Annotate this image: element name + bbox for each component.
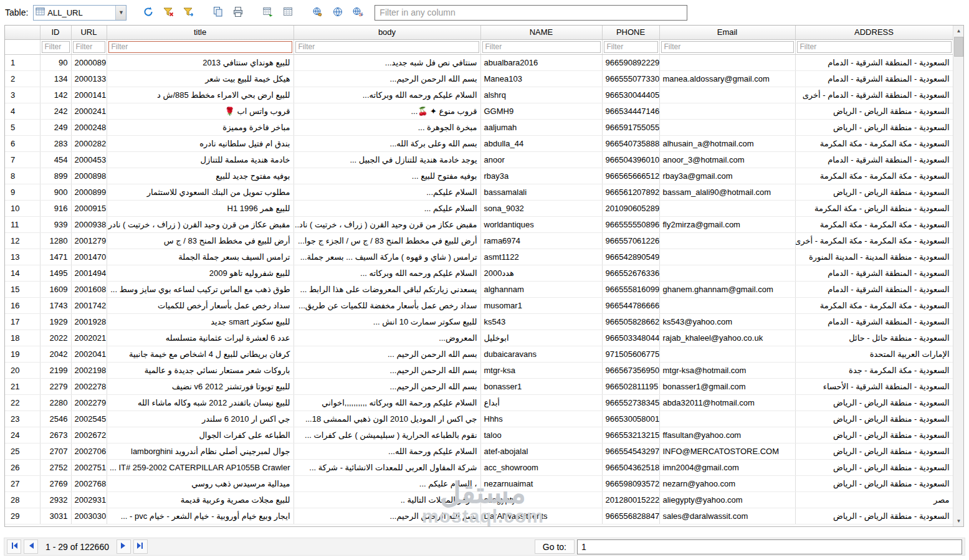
filter-input-title[interactable] xyxy=(108,41,292,53)
cell-email[interactable]: mtgr-ksa@hotmail.com xyxy=(659,362,795,378)
cell-name[interactable]: taloo xyxy=(480,427,602,443)
column-header-body[interactable]: body xyxy=(294,26,480,39)
cell-body[interactable]: يوجد خادمة هندية للتنازل في الجبيل ... xyxy=(294,151,480,168)
table-row[interactable]: 1902000089للبيع هونداي سنتافي 2013سنتافي… xyxy=(5,54,953,70)
first-page-button[interactable] xyxy=(7,539,21,554)
cell-phone[interactable]: 966598093572 xyxy=(602,475,659,491)
cell-body[interactable]: متوفر المجلات التالية .. xyxy=(294,491,480,508)
cell-body[interactable]: سنتافي نص فل شبه جديد... xyxy=(294,54,480,70)
cell-url[interactable]: 2000898 xyxy=(71,168,107,184)
filter-input-url[interactable] xyxy=(73,41,105,53)
cell-title[interactable]: للبيع تويوتا فورتشنر 2012 v6 نضيف xyxy=(107,378,294,394)
row-number[interactable]: 16 xyxy=(5,297,40,313)
cell-name[interactable]: acc_showroom xyxy=(480,459,602,475)
cell-body[interactable]: شركة المقاول العربي للمعدات الانشائية - … xyxy=(294,459,480,475)
scroll-up-icon[interactable]: ▲ xyxy=(953,26,964,36)
row-number[interactable]: 26 xyxy=(5,459,40,475)
cell-email[interactable]: bassam_alali90@hotmail.com xyxy=(659,184,795,200)
column-header-id[interactable]: ID xyxy=(40,26,71,39)
cell-name[interactable]: aaljumah xyxy=(480,119,602,135)
cell-id[interactable]: 2546 xyxy=(40,411,71,427)
cell-phone[interactable]: 201090605289 xyxy=(602,200,659,216)
cell-email[interactable]: imn2004@gmail.com xyxy=(659,459,795,475)
cell-address[interactable]: السعودية - منطقة الرياض - الرياض xyxy=(795,508,953,524)
cell-phone[interactable]: 201280015222 xyxy=(602,491,659,508)
filter-input-phone[interactable] xyxy=(604,41,658,53)
cell-name[interactable]: Hhhs xyxy=(480,411,602,427)
grid-button[interactable] xyxy=(280,4,296,21)
cell-title[interactable]: هيكل خيمة للبيع بيت شعر xyxy=(107,70,294,87)
cell-url[interactable]: 2001494 xyxy=(71,265,107,281)
cell-name[interactable]: ks543 xyxy=(480,313,602,330)
cell-id[interactable]: 90 xyxy=(40,54,71,70)
cell-phone[interactable]: 966503348044 xyxy=(602,330,659,346)
cell-url[interactable]: 2001470 xyxy=(71,249,107,265)
cell-email[interactable] xyxy=(659,103,795,119)
cell-email[interactable]: aliegypty@yahoo.com xyxy=(659,491,795,508)
column-header-email[interactable]: Email xyxy=(659,26,795,39)
cell-id[interactable]: 2199 xyxy=(40,362,71,378)
cell-address[interactable]: السعودية - منطقة الرياض - الرياض xyxy=(795,443,953,459)
cell-name[interactable]: nezarnuaimat xyxy=(480,475,602,491)
cell-email[interactable]: INFO@MERCATOSTORE.COM xyxy=(659,443,795,459)
table-row[interactable]: 31422000141للبيع ارض بحي الامراء مخطط 88… xyxy=(5,87,953,103)
cell-url[interactable]: 2002545 xyxy=(71,411,107,427)
cell-address[interactable]: السعودية - منطقة الرياض - الرياض xyxy=(795,475,953,491)
row-number[interactable]: 13 xyxy=(5,249,40,265)
cell-email[interactable]: nezarn@yahoo.com xyxy=(659,475,795,491)
cell-email[interactable]: rbay3a@gmail.com xyxy=(659,168,795,184)
cell-url[interactable]: 2001928 xyxy=(71,313,107,330)
table-selector[interactable]: ALL_URL ▼ xyxy=(33,5,126,21)
table-row[interactable]: 2829322002931للبيع مجلات مصرية وعربية قد… xyxy=(5,491,953,508)
cell-email[interactable]: ks543@yahoo.com xyxy=(659,313,795,330)
cell-title[interactable]: الطباعه على كفرات الجوال xyxy=(107,427,294,443)
cell-email[interactable] xyxy=(659,54,795,70)
cell-id[interactable]: 1471 xyxy=(40,249,71,265)
cell-body[interactable]: السلام عليكم ورحمة الله... xyxy=(294,443,480,459)
globe-button[interactable] xyxy=(330,4,346,21)
column-header-name[interactable]: NAME xyxy=(480,26,602,39)
cell-address[interactable]: مصر xyxy=(795,491,953,508)
cell-url[interactable]: 2001279 xyxy=(71,232,107,249)
table-row[interactable]: 1414952001494للبيع شفروليه تاهو 2009السل… xyxy=(5,265,953,281)
cell-id[interactable]: 2707 xyxy=(40,443,71,459)
table-row[interactable]: 1212802001279أرض للبيع في مخطط المنح 83 … xyxy=(5,232,953,249)
cell-title[interactable]: طوق ذهب مع الماس تركيب لساعه بوي سايز وس… xyxy=(107,281,294,297)
cell-url[interactable]: 2002021 xyxy=(71,330,107,346)
cell-name[interactable]: أبداع xyxy=(480,394,602,411)
cell-address[interactable]: السعودية - منطقة الرياض - الرياض xyxy=(795,103,953,119)
cell-name[interactable]: alshrq xyxy=(480,87,602,103)
row-number[interactable]: 1 xyxy=(5,54,40,70)
filter-input-body[interactable] xyxy=(295,41,479,53)
cell-title[interactable]: باروكات شعر مستعار نسائي جديدة و عالمية xyxy=(107,362,294,378)
cell-title[interactable]: خادمة هندية مسلمة للتنازل xyxy=(107,151,294,168)
cell-body[interactable]: السلام عليكم... xyxy=(294,184,480,200)
cell-address[interactable]: السعودية - منطقة الرياض - الرياض xyxy=(795,459,953,475)
cell-url[interactable]: 2002198 xyxy=(71,362,107,378)
table-row[interactable]: 62832000282بندق ام فتيل سلطانيه نادرهبسم… xyxy=(5,135,953,151)
cell-url[interactable]: 2000915 xyxy=(71,200,107,216)
cell-body[interactable]: ترامس ( شاي و قهوه ) ماركة السيف ... بسع… xyxy=(294,249,480,265)
cell-email[interactable] xyxy=(659,87,795,103)
cell-email[interactable] xyxy=(659,297,795,313)
filter-input-id[interactable] xyxy=(42,41,70,53)
cell-id[interactable]: 1495 xyxy=(40,265,71,281)
cell-phone[interactable]: 966556828847 xyxy=(602,508,659,524)
cell-email[interactable]: sales@daralwassit.com xyxy=(659,508,795,524)
row-number[interactable]: 6 xyxy=(5,135,40,151)
cell-title[interactable]: للبيع هونداي سنتافي 2013 xyxy=(107,54,294,70)
cell-phone[interactable]: 966555077330 xyxy=(602,70,659,87)
cell-body[interactable]: ، السلام عليكم ... xyxy=(294,475,480,491)
cell-url[interactable]: 2002768 xyxy=(71,475,107,491)
table-row[interactable]: 2122792002278للبيع تويوتا فورتشنر 2012 v… xyxy=(5,378,953,394)
row-number[interactable]: 24 xyxy=(5,427,40,443)
cell-body[interactable]: بوفيه مفتوح للبيع ... xyxy=(294,168,480,184)
cell-phone[interactable]: 966530044405 xyxy=(602,87,659,103)
cell-url[interactable]: 2000282 xyxy=(71,135,107,151)
filter-input-address[interactable] xyxy=(797,41,952,53)
cell-email[interactable]: abda32011@hotmail.com xyxy=(659,394,795,411)
cell-email[interactable]: rajab_khaleel@yahoo.co.uk xyxy=(659,330,795,346)
refresh-button[interactable] xyxy=(140,4,156,21)
cell-phone[interactable]: 966552738345 xyxy=(602,394,659,411)
filter-apply-button[interactable] xyxy=(180,4,196,21)
